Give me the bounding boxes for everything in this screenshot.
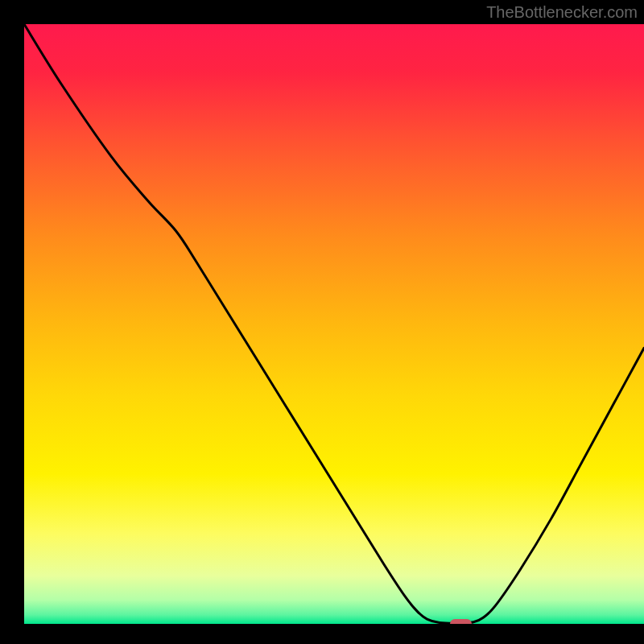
plot-area [24, 24, 644, 624]
optimal-marker [450, 619, 472, 624]
bottleneck-curve [24, 24, 644, 624]
chart-container: TheBottlenecker.com [0, 0, 644, 644]
watermark-text: TheBottlenecker.com [486, 3, 638, 22]
